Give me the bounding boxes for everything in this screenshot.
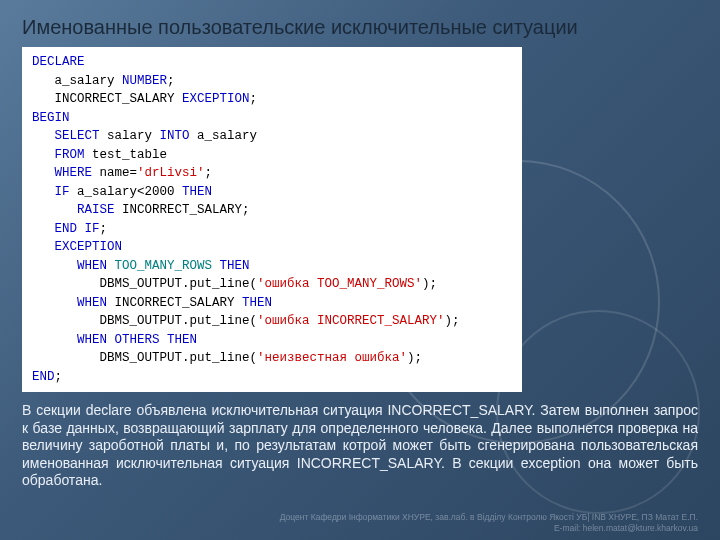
code-text: ); [422, 277, 437, 291]
str-literal: 'неизвестная ошибка' [257, 351, 407, 365]
kw-when: WHEN [77, 296, 107, 310]
kw-select: SELECT [55, 129, 100, 143]
kw-declare: DECLARE [32, 55, 85, 69]
slide-title: Именованные пользовательские исключитель… [22, 16, 698, 39]
code-text: ; [55, 370, 63, 384]
kw-then: THEN [242, 296, 272, 310]
code-text [32, 296, 77, 310]
kw-from: FROM [55, 148, 85, 162]
kw-end: END [32, 370, 55, 384]
kw-then: THEN [182, 185, 212, 199]
kw-number: NUMBER [122, 74, 167, 88]
code-block: DECLARE a_salary NUMBER; INCORRECT_SALAR… [22, 47, 522, 392]
kw-when: WHEN [77, 259, 107, 273]
code-text: INCORRECT_SALARY [32, 92, 182, 106]
code-text [32, 333, 77, 347]
str-literal: 'ошибка TOO_MANY_ROWS' [257, 277, 422, 291]
code-text [32, 185, 55, 199]
code-text [32, 166, 55, 180]
kw-where: WHERE [55, 166, 93, 180]
kw-then: THEN [220, 259, 250, 273]
code-text [32, 148, 55, 162]
code-text [32, 203, 77, 217]
kw-into: INTO [160, 129, 190, 143]
code-text: DBMS_OUTPUT.put_line( [32, 277, 257, 291]
kw-raise: RAISE [77, 203, 115, 217]
code-text: ; [100, 222, 108, 236]
code-text [32, 222, 55, 236]
id-toomany: TOO_MANY_ROWS [107, 259, 220, 273]
code-text: INCORRECT_SALARY [107, 296, 242, 310]
code-text: ); [407, 351, 422, 365]
kw-begin: BEGIN [32, 111, 70, 125]
str-literal: 'ошибка INCORRECT_SALARY' [257, 314, 445, 328]
code-text: a_salary [32, 74, 122, 88]
code-text: salary [100, 129, 160, 143]
code-text: INCORRECT_SALARY; [115, 203, 250, 217]
code-text [32, 240, 55, 254]
kw-exception: EXCEPTION [182, 92, 250, 106]
footer: Доцент Кафедри Інформатики ХНУРЕ, зав.ла… [280, 512, 698, 534]
code-text: name= [92, 166, 137, 180]
code-text: a_salary<2000 [70, 185, 183, 199]
body-paragraph: В секции declare объявлена исключительна… [22, 402, 698, 490]
code-text: ; [205, 166, 213, 180]
code-text [32, 129, 55, 143]
code-text: ); [445, 314, 460, 328]
code-text [32, 259, 77, 273]
code-text: ; [167, 74, 175, 88]
kw-exception: EXCEPTION [55, 240, 123, 254]
slide: Именованные пользовательские исключитель… [0, 0, 720, 540]
code-text: a_salary [190, 129, 258, 143]
kw-whenothers: WHEN OTHERS THEN [77, 333, 197, 347]
footer-line-2: E-mail: helen.matat@kture.kharkov.ua [280, 523, 698, 534]
footer-line-1: Доцент Кафедри Інформатики ХНУРЕ, зав.ла… [280, 512, 698, 523]
code-text: DBMS_OUTPUT.put_line( [32, 351, 257, 365]
kw-endif: END IF [55, 222, 100, 236]
code-text: ; [250, 92, 258, 106]
code-text: DBMS_OUTPUT.put_line( [32, 314, 257, 328]
str-literal: 'drLivsi' [137, 166, 205, 180]
kw-if: IF [55, 185, 70, 199]
code-text: test_table [85, 148, 168, 162]
